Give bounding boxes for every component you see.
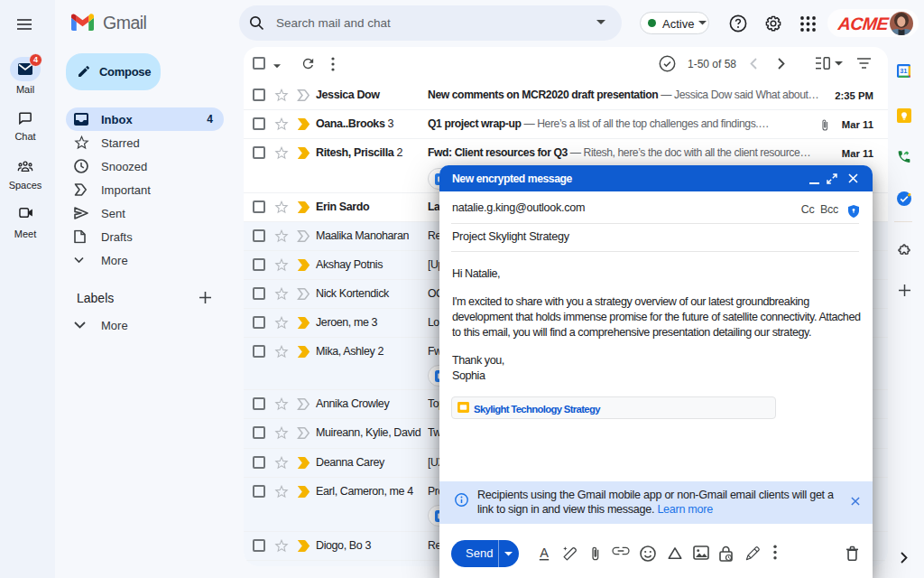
svg-text:A: A [540, 545, 549, 560]
svg-text:31: 31 [900, 67, 907, 75]
